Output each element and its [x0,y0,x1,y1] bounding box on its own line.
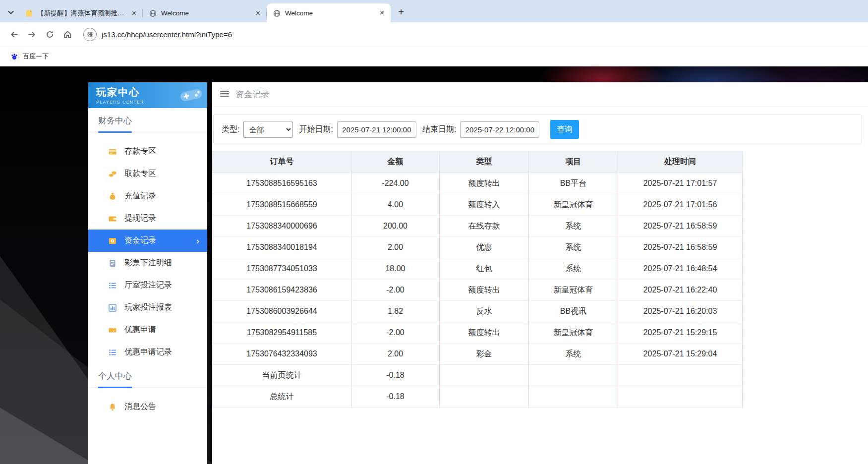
promo-apply-record-icon [108,348,117,357]
table-cell: 在线存款 [440,216,529,237]
site-settings-icon[interactable] [83,28,97,41]
sidebar-item-label: 彩票下注明细 [124,258,172,268]
table-cell: 2.00 [351,237,440,258]
sidebar-item-funds-record[interactable]: 资金记录› [88,230,207,252]
sidebar-item-label: 提现记录 [124,213,156,224]
table-cell: 200.00 [351,216,440,237]
table-cell: 2025-07-21 16:58:59 [618,237,743,258]
sidebar-item-withdraw[interactable]: 取款专区 [88,163,207,185]
sidebar-item-label: 存款专区 [124,146,156,157]
table-header-row: 订单号金额类型项目处理时间 [213,151,743,173]
sidebar-item-recharge-record[interactable]: 充值记录 [88,185,207,207]
table-cell: 额度转入 [440,194,529,216]
background-triangle [0,384,94,464]
table-row: 1753086159423836-2.00额度转出新皇冠体育2025-07-21… [213,280,743,301]
table-cell: 2025-07-21 16:48:54 [618,258,743,280]
bookmark-label: 百度一下 [23,52,49,61]
sidebar-item-promo-apply[interactable]: 优惠申请 [88,319,207,341]
bookmark-baidu[interactable]: 百度一下 [7,50,52,63]
search-button[interactable]: 查询 [550,120,579,139]
withdrawal-record-icon [108,214,117,223]
forward-button[interactable] [23,25,41,43]
end-date-label: 结束日期: [422,124,456,135]
promo-apply-icon [108,326,117,335]
chevron-right-icon: › [196,235,199,246]
url-text[interactable]: js13.cc/hhcp/usercenter.html?iniType=6 [102,30,232,39]
new-tab-button[interactable]: + [394,4,408,19]
sidebar-item-label: 优惠申请记录 [124,347,172,357]
table-row: 1753088340000696200.00在线存款系统2025-07-21 1… [213,216,743,237]
start-date-input[interactable] [337,121,416,138]
refresh-button[interactable] [41,25,58,43]
table-cell: 1753088516595163 [213,173,351,194]
sidebar-item-lottery-bet-detail[interactable]: 彩票下注明细 [88,252,207,274]
recharge-record-icon [108,192,117,201]
address-bar[interactable]: js13.cc/hhcp/usercenter.html?iniType=6 [83,25,863,43]
bookmarks-bar: 百度一下 [0,47,868,66]
player-bet-report-icon [108,303,117,312]
table-cell: 新皇冠体育 [529,280,618,301]
sidebar-item-player-bet-report[interactable]: 玩家投注报表 [88,296,207,319]
sidebar-item-hall-bet-record[interactable]: 厅室投注记录 [88,274,207,296]
table-row: 1753082954911585-2.00额度转出新皇冠体育2025-07-21… [213,322,743,344]
sidebar-item-withdrawal-record[interactable]: 提现记录 [88,207,207,230]
table-cell: 1753087734051033 [213,258,351,280]
tab-strip-tabs: 【新提醒】海燕体育预测推荐区×Welcome×Welcome× [19,0,391,22]
sidebar-item-bell[interactable]: 消息公告 [88,396,207,418]
funds-record-icon [108,236,117,245]
table-cell [618,365,743,386]
table-cell: 2025-07-21 15:29:15 [618,322,743,344]
tab-close-icon[interactable]: × [253,9,263,18]
sidebar-item-label: 优惠申请 [124,325,156,335]
table-cell: 1753086003926644 [213,301,351,322]
browser-tab-active[interactable]: Welcome× [267,3,391,22]
table-row: 17530860039266441.82反水BB视讯2025-07-21 16:… [213,301,743,322]
tab-search-chevron-icon[interactable] [3,3,19,21]
browser-tab[interactable]: 【新提醒】海燕体育预测推荐区× [19,4,143,22]
sidebar-items: 消息公告 [88,392,207,418]
type-select[interactable]: 全部 [243,121,293,138]
sidebar-item-label: 消息公告 [124,402,156,412]
sidebar-sections: 财务中心存款专区取款专区充值记录提现记录资金记录›彩票下注明细厅室投注记录玩家投… [88,115,207,418]
table-row: 17530764323340932.00彩金系统2025-07-21 15:29… [213,344,743,365]
table-cell: 2.00 [351,344,440,365]
tab-close-icon[interactable]: × [129,9,139,18]
tab-title: 【新提醒】海燕体育预测推荐区 [37,9,125,18]
table-cell: 额度转出 [440,322,529,344]
end-date-input[interactable] [460,121,539,138]
column-header: 金额 [351,151,440,173]
column-header: 处理时间 [618,151,743,173]
table-cell [529,386,618,407]
table-cell: 4.00 [351,194,440,216]
table-cell: 1753088340018194 [213,237,351,258]
browser-tab[interactable]: Welcome× [143,4,267,22]
table-cell [440,365,529,386]
bell-icon [108,403,117,411]
sidebar-item-promo-apply-record[interactable]: 优惠申请记录 [88,341,207,363]
table-cell: 红包 [440,258,529,280]
table-cell: 额度转出 [440,173,529,194]
sidebar-item-label: 厅室投注记录 [124,280,172,290]
sidebar-item-label: 玩家投注报表 [124,302,172,313]
start-date-label: 开始日期: [299,124,333,135]
table-row: 17530883400181942.00优惠系统2025-07-21 16:58… [213,237,743,258]
table-cell: 18.00 [351,258,440,280]
tab-title: Welcome [161,9,249,17]
page-header: 资金记录 [212,82,868,107]
table-cell: 2025-07-21 17:01:56 [618,194,743,216]
table-cell: BB视讯 [529,301,618,322]
filter-bar: 类型: 全部 开始日期: 结束日期: 查询 [213,115,862,144]
column-header: 类型 [440,151,529,173]
table-cell: -2.00 [351,280,440,301]
home-button[interactable] [58,25,76,43]
sidebar: 玩家中心 PLAYERS CENTER 财务中心存款专区取款专区充值记录提现记录… [88,82,207,464]
table-cell: 彩金 [440,344,529,365]
column-header: 订单号 [213,151,351,173]
table-cell: 1753088515668559 [213,194,351,216]
sidebar-item-deposit[interactable]: 存款专区 [88,140,207,163]
table-cell: 2025-07-21 16:20:03 [618,301,743,322]
hamburger-icon[interactable] [220,89,230,100]
tab-close-icon[interactable]: × [377,8,387,17]
table-row: 总统计-0.18 [213,386,743,407]
back-button[interactable] [5,25,23,43]
